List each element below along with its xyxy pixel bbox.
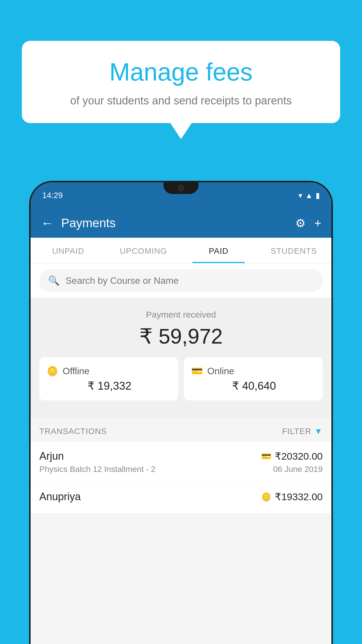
app-header: ← Payments ⚙ + (31, 209, 331, 238)
course-arjun: Physics Batch 12 Installment - 2 (39, 465, 155, 474)
back-button[interactable]: ← (41, 216, 54, 231)
tab-paid[interactable]: PAID (181, 238, 256, 263)
bubble-subtitle: of your students and send receipts to pa… (36, 93, 326, 108)
student-name-arjun: Arjun (39, 450, 64, 462)
notch (164, 182, 198, 194)
offline-label: Offline (63, 366, 89, 377)
payment-summary: Payment received ₹ 59,972 🪙 Offline ₹ 19… (31, 298, 331, 418)
transaction-top-anupriya: Anupriya 🪙 ₹19332.00 (39, 491, 323, 503)
date-arjun: 06 June 2019 (273, 465, 323, 474)
transaction-amount-arjun: ₹20320.00 (275, 450, 323, 462)
payment-received-label: Payment received (39, 310, 323, 320)
online-card-header: 💳 Online (191, 365, 315, 377)
offline-icon: 🪙 (47, 365, 58, 377)
amount-wrap-arjun: 💳 ₹20320.00 (261, 450, 323, 462)
app-title: Payments (61, 216, 295, 230)
online-label: Online (207, 366, 234, 377)
battery-icon: ▮ (316, 191, 320, 200)
filter-button[interactable]: FILTER ▼ (282, 427, 323, 436)
status-icons: ▾ ▲ ▮ (298, 191, 320, 200)
status-time: 14:29 (42, 191, 63, 200)
transaction-list: Arjun 💳 ₹20320.00 Physics Batch 12 Insta… (31, 442, 331, 514)
add-icon[interactable]: + (314, 217, 321, 230)
bubble-title: Manage fees (36, 58, 326, 86)
search-icon: 🔍 (48, 275, 60, 286)
search-bar[interactable]: 🔍 (39, 269, 323, 292)
tab-students[interactable]: STUDENTS (256, 238, 331, 263)
tabs-bar: UNPAID UPCOMING PAID STUDENTS (31, 238, 331, 263)
payment-total: ₹ 59,972 (39, 324, 323, 349)
table-row[interactable]: Arjun 💳 ₹20320.00 Physics Batch 12 Insta… (31, 442, 331, 482)
camera (178, 185, 184, 192)
offline-card: 🪙 Offline ₹ 19,332 (39, 357, 178, 400)
status-bar: 14:29 ▾ ▲ ▮ (31, 182, 331, 209)
table-row[interactable]: Anupriya 🪙 ₹19332.00 (31, 482, 331, 514)
speech-bubble: Manage fees of your students and send re… (22, 41, 340, 123)
header-icons: ⚙ + (295, 216, 321, 230)
settings-icon[interactable]: ⚙ (295, 216, 306, 230)
offline-payment-icon: 🪙 (261, 492, 271, 502)
wifi-icon: ▾ (298, 191, 302, 200)
payment-cards: 🪙 Offline ₹ 19,332 💳 Online ₹ 40,640 (39, 357, 323, 409)
transactions-label: TRANSACTIONS (39, 427, 107, 436)
phone-frame: 14:29 ▾ ▲ ▮ ← Payments ⚙ + UNPAID UPCOMI… (29, 181, 333, 644)
filter-icon: ▼ (314, 427, 323, 436)
offline-card-header: 🪙 Offline (47, 365, 171, 377)
filter-label: FILTER (282, 427, 311, 436)
signal-icon: ▲ (305, 191, 313, 200)
student-name-anupriya: Anupriya (39, 491, 81, 503)
transaction-bottom-arjun: Physics Batch 12 Installment - 2 06 June… (39, 465, 323, 474)
transaction-top-arjun: Arjun 💳 ₹20320.00 (39, 450, 323, 462)
phone-screen: 14:29 ▾ ▲ ▮ ← Payments ⚙ + UNPAID UPCOMI… (31, 182, 331, 644)
transactions-header: TRANSACTIONS FILTER ▼ (31, 418, 331, 442)
online-icon: 💳 (191, 365, 203, 377)
offline-amount: ₹ 19,332 (47, 379, 171, 392)
tab-unpaid[interactable]: UNPAID (31, 238, 106, 263)
search-container: 🔍 (31, 263, 331, 298)
tab-upcoming[interactable]: UPCOMING (106, 238, 181, 263)
amount-wrap-anupriya: 🪙 ₹19332.00 (261, 491, 323, 503)
online-card: 💳 Online ₹ 40,640 (184, 357, 323, 400)
online-payment-icon: 💳 (261, 452, 271, 461)
search-input[interactable] (66, 275, 314, 286)
online-amount: ₹ 40,640 (191, 379, 315, 392)
transaction-amount-anupriya: ₹19332.00 (275, 491, 323, 503)
